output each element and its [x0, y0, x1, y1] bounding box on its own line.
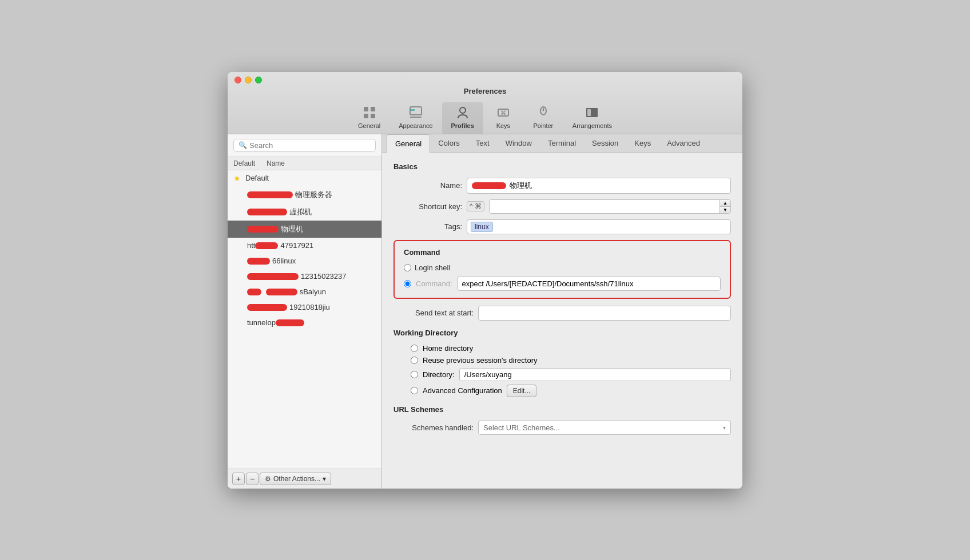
profile-item-5[interactable]: 12315023237 [228, 269, 381, 284]
window-controls [234, 77, 262, 83]
appearance-icon [408, 105, 424, 121]
send-text-input[interactable] [478, 306, 731, 321]
custom-dir-radio[interactable] [411, 371, 418, 378]
send-text-label: Send text at start: [393, 309, 474, 317]
svg-rect-5 [410, 109, 415, 111]
name-label: Name: [393, 181, 462, 190]
window-title: Preferences [464, 87, 506, 95]
profile-item-1[interactable]: 物理服务器 [228, 186, 381, 203]
gear-icon: ⚙ [265, 475, 271, 483]
profile-name: 66linux [247, 257, 296, 265]
dir-reuse-row: Reuse previous session's directory [411, 356, 731, 365]
tab-colors[interactable]: Colors [430, 134, 468, 153]
search-input[interactable] [249, 141, 371, 150]
home-dir-radio[interactable] [411, 345, 418, 352]
close-button[interactable] [234, 77, 241, 83]
tab-keys[interactable]: Keys [626, 134, 659, 153]
tab-terminal[interactable]: Terminal [540, 134, 584, 153]
command-label-text[interactable]: Command: [416, 279, 452, 288]
tab-window[interactable]: Window [498, 134, 540, 153]
remove-profile-button[interactable]: − [246, 473, 259, 485]
redacted-bar [247, 304, 287, 311]
schemes-select[interactable]: Select URL Schemes... ▾ [478, 421, 731, 435]
redacted-bar [276, 319, 304, 326]
toolbar-item-arrangements[interactable]: Arrangements [563, 102, 621, 134]
minimize-button[interactable] [245, 77, 252, 83]
pointer-label: Pointer [533, 122, 553, 129]
tab-text[interactable]: Text [468, 134, 498, 153]
other-actions-button[interactable]: ⚙ Other Actions... ▾ [260, 473, 331, 485]
shortcut-input[interactable] [490, 200, 719, 213]
shortcut-stepper: ▲ ▼ [719, 200, 730, 213]
command-input[interactable] [457, 277, 721, 291]
login-shell-label[interactable]: Login shell [415, 263, 450, 272]
toolbar: General Appearance [349, 100, 621, 134]
directory-input[interactable] [459, 368, 731, 381]
arrangements-icon [584, 105, 600, 121]
profile-name: 12315023237 [247, 272, 347, 281]
dir-options: Home directory Reuse previous session's … [393, 344, 731, 397]
profile-name: sBaiyun [247, 287, 326, 296]
svg-point-7 [460, 107, 466, 113]
tabs-row: General Colors Text Window Terminal Sess… [382, 134, 742, 153]
other-actions-label: Other Actions... [273, 475, 320, 483]
maximize-button[interactable] [255, 77, 262, 83]
bottom-toolbar: + − ⚙ Other Actions... ▾ [228, 469, 381, 489]
redacted-bar [247, 191, 293, 198]
schemes-row: Schemes handled: Select URL Schemes... ▾ [393, 421, 731, 435]
profile-name: 物理机 [247, 224, 303, 234]
svg-rect-3 [371, 114, 375, 118]
profile-item-4[interactable]: 66linux [228, 253, 381, 269]
shortcut-combo: ▲ ▼ [489, 199, 731, 214]
toolbar-item-pointer[interactable]: Pointer [523, 102, 563, 134]
schemes-placeholder: Select URL Schemes... [483, 423, 560, 432]
search-icon: 🔍 [238, 141, 247, 149]
toolbar-item-general[interactable]: General [349, 102, 389, 134]
redacted-bar [247, 258, 270, 265]
advanced-dir-radio[interactable] [411, 387, 418, 394]
tags-row: Tags: linux [393, 219, 731, 234]
login-shell-row: Login shell [404, 263, 721, 272]
profile-item-selected[interactable]: 物理机 [228, 221, 381, 238]
preferences-window: Preferences General [228, 72, 742, 489]
profile-name: tunnelop [247, 318, 307, 327]
profile-item-default[interactable]: ★ Default [228, 170, 381, 186]
profile-item-6[interactable]: sBaiyun [228, 284, 381, 299]
left-panel: 🔍 Default Name ★ Default 物理服务器 [228, 134, 382, 489]
name-value: 物理机 [510, 181, 532, 191]
search-bar: 🔍 [228, 134, 381, 157]
stepper-down-button[interactable]: ▼ [720, 207, 730, 213]
star-icon: ★ [233, 174, 241, 183]
profile-item-2[interactable]: 虚拟机 [228, 203, 381, 221]
search-wrapper: 🔍 [233, 139, 376, 152]
appearance-label: Appearance [399, 122, 432, 129]
toolbar-item-profiles[interactable]: Profiles [442, 102, 483, 134]
name-row: Name: 物理机 [393, 178, 731, 194]
login-shell-radio[interactable] [404, 264, 411, 271]
schemes-arrow: ▾ [723, 425, 726, 431]
command-radio[interactable] [404, 280, 411, 287]
svg-point-12 [542, 109, 544, 111]
stepper-up-button[interactable]: ▲ [720, 200, 730, 207]
toolbar-item-appearance[interactable]: Appearance [389, 102, 442, 134]
profile-item-3[interactable]: htt47917921 [228, 238, 381, 253]
svg-rect-0 [364, 107, 368, 111]
tab-session[interactable]: Session [584, 134, 626, 153]
reuse-dir-radio[interactable] [411, 357, 418, 364]
profile-item-7[interactable]: 19210818jiu [228, 299, 381, 315]
toolbar-item-keys[interactable]: ⌘ Keys [483, 102, 523, 134]
edit-button[interactable]: Edit... [507, 385, 537, 397]
command-section: Command Login shell Command: [393, 240, 731, 299]
tags-box[interactable]: linux [467, 219, 731, 234]
profile-name: 虚拟机 [247, 207, 312, 217]
tab-advanced[interactable]: Advanced [659, 134, 708, 153]
shortcut-row: Shortcut key: ^ ⌘ ▲ ▼ [393, 199, 731, 214]
url-schemes-title: URL Schemes [393, 405, 731, 414]
profiles-icon [455, 105, 471, 121]
working-dir-title: Working Directory [393, 329, 731, 337]
redacted-bar [266, 289, 297, 295]
add-profile-button[interactable]: + [232, 473, 245, 485]
name-redacted-bar [472, 182, 506, 189]
tab-general[interactable]: General [387, 134, 430, 153]
profile-item-8[interactable]: tunnelop [228, 315, 381, 330]
